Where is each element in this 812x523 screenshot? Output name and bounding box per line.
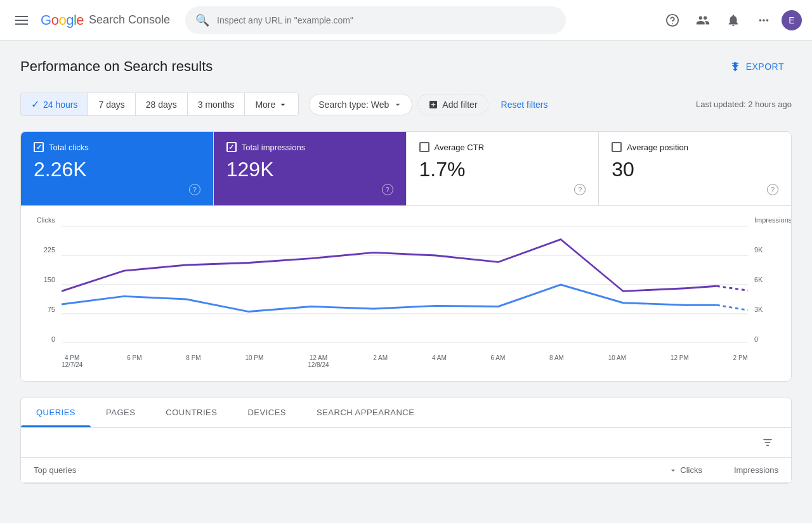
metric-value-impressions: 129K <box>226 157 393 181</box>
metric-label-position: Average position <box>627 143 688 152</box>
impressions-dotted-line <box>717 287 748 291</box>
search-icon: 🔍 <box>195 13 209 27</box>
metric-checkbox-ctr[interactable] <box>419 142 429 152</box>
time-filter-28days[interactable]: 28 days <box>136 93 188 115</box>
metric-label-clicks: Total clicks <box>49 143 89 152</box>
table-section: QUERIES PAGES COUNTRIES DEVICES SEARCH A… <box>20 397 792 484</box>
metric-checkbox-position[interactable] <box>612 142 622 152</box>
help-icon-ctr[interactable]: ? <box>574 184 586 195</box>
metrics-cards: Total clicks 2.26K ? Total impressions 1… <box>21 132 791 206</box>
nav-right: E <box>660 8 802 33</box>
last-updated-label: Last updated: 2 hours ago <box>696 100 792 109</box>
reset-filters-button[interactable]: Reset filters <box>494 94 556 115</box>
page-title: Performance on Search results <box>20 58 213 75</box>
add-icon <box>428 100 438 110</box>
chevron-down-icon <box>393 100 403 110</box>
product-name: Search Console <box>89 13 170 27</box>
help-icon-clicks[interactable]: ? <box>189 184 200 195</box>
time-filter-7days[interactable]: 7 days <box>88 93 135 115</box>
user-avatar[interactable]: E <box>782 10 802 30</box>
y-label-left-150: 150 <box>44 276 55 283</box>
help-icon-position[interactable]: ? <box>767 184 778 195</box>
performance-panel: Total clicks 2.26K ? Total impressions 1… <box>20 131 792 382</box>
search-console-users-button[interactable] <box>690 8 716 33</box>
col-header-impressions: Impressions <box>702 465 778 475</box>
google-wordmark: Google <box>41 12 84 29</box>
x-label-2am: 2 AM <box>373 354 388 368</box>
metric-value-clicks: 2.26K <box>34 157 200 181</box>
metric-header: Total clicks <box>34 142 200 152</box>
x-label-8am: 8 AM <box>549 354 564 368</box>
y-label-left-75: 75 <box>48 306 55 313</box>
chart-area: Clicks 225 150 75 0 Impressions 9K 6K 3K… <box>34 216 778 368</box>
metric-card-average-ctr[interactable]: Average CTR 1.7% ? <box>407 132 599 205</box>
y-axis-left: Clicks 225 150 75 0 <box>34 216 59 343</box>
time-filter-24h[interactable]: ✓ 24 hours <box>21 93 88 115</box>
table-header-row: Top queries Clicks Impressions <box>21 458 791 483</box>
apps-button[interactable] <box>751 8 776 33</box>
url-inspection-bar[interactable]: 🔍 <box>185 6 566 34</box>
x-label-6am: 6 AM <box>491 354 506 368</box>
metric-header: Average position <box>612 142 778 152</box>
x-label-10pm: 10 PM <box>245 354 263 368</box>
metric-header: Total impressions <box>226 142 393 152</box>
metric-value-position: 30 <box>612 157 778 181</box>
add-filter-button[interactable]: Add filter <box>417 94 488 115</box>
metric-card-total-impressions[interactable]: Total impressions 129K ? <box>214 132 407 205</box>
y-label-right-9k: 9K <box>754 246 763 254</box>
notifications-button[interactable] <box>721 8 746 33</box>
filter-chips: Search type: Web Add filter Reset filter… <box>309 94 555 115</box>
time-filter-3months[interactable]: 3 months <box>188 93 246 115</box>
metric-checkbox-impressions[interactable] <box>226 142 237 152</box>
metric-footer: ? <box>226 184 393 195</box>
hamburger-menu-button[interactable] <box>10 8 33 32</box>
table-tabs: QUERIES PAGES COUNTRIES DEVICES SEARCH A… <box>21 397 791 428</box>
x-label-12pm: 12 PM <box>671 354 689 368</box>
impressions-line <box>62 240 717 292</box>
help-icon-impressions[interactable]: ? <box>382 184 393 195</box>
search-type-filter[interactable]: Search type: Web <box>309 94 412 115</box>
metric-footer: ? <box>612 184 778 195</box>
y-label-right-3k: 3K <box>754 306 763 313</box>
url-search-input[interactable] <box>217 15 556 25</box>
filter-rows-button[interactable] <box>754 433 781 452</box>
x-label-2pm: 2 PM <box>733 354 748 368</box>
metric-footer: ? <box>34 184 200 195</box>
nav-left: Google Search Console <box>10 8 170 32</box>
metric-footer: ? <box>419 184 586 195</box>
tab-devices[interactable]: DEVICES <box>232 397 301 427</box>
x-label-12am: 12 AM 12/8/24 <box>308 354 329 368</box>
metric-header: Average CTR <box>419 142 586 152</box>
check-icon: ✓ <box>31 98 39 110</box>
tab-countries[interactable]: COUNTRIES <box>150 397 232 427</box>
x-label-6pm: 6 PM <box>127 354 141 368</box>
x-label-8pm: 8 PM <box>186 354 200 368</box>
y-label-left-225: 225 <box>44 246 55 254</box>
col-header-query: Top queries <box>34 465 626 475</box>
top-navigation: Google Search Console 🔍 E <box>0 0 812 41</box>
tab-pages[interactable]: PAGES <box>91 397 150 427</box>
chart-container: Clicks 225 150 75 0 Impressions 9K 6K 3K… <box>21 206 791 381</box>
time-filter-group: ✓ 24 hours 7 days 28 days 3 months More <box>20 93 299 116</box>
tab-queries[interactable]: QUERIES <box>21 397 91 427</box>
y-label-left-title: Clicks <box>37 216 55 224</box>
sort-down-icon <box>669 466 678 475</box>
tab-search-appearance[interactable]: SEARCH APPEARANCE <box>301 397 429 427</box>
metric-value-ctr: 1.7% <box>419 157 586 181</box>
x-label-4am: 4 AM <box>432 354 447 368</box>
help-button[interactable] <box>660 8 685 33</box>
x-axis-labels: 4 PM 12/7/24 6 PM 8 PM 10 PM 12 AM 12/8/ <box>62 354 748 368</box>
table-toolbar <box>21 428 791 458</box>
time-filter-more[interactable]: More <box>245 93 298 115</box>
export-button[interactable]: EXPORT <box>722 56 792 77</box>
page-header: Performance on Search results EXPORT <box>20 56 792 77</box>
metric-card-average-position[interactable]: Average position 30 ? <box>599 132 791 205</box>
metric-card-total-clicks[interactable]: Total clicks 2.26K ? <box>21 132 214 205</box>
main-content: Performance on Search results EXPORT ✓ 2… <box>0 41 812 499</box>
metric-label-impressions: Total impressions <box>242 143 305 152</box>
metric-checkbox-clicks[interactable] <box>34 142 44 152</box>
y-label-right-6k: 6K <box>754 276 763 283</box>
filter-icon <box>762 437 773 448</box>
y-label-right-title: Impressions <box>754 216 792 224</box>
filter-bar: ✓ 24 hours 7 days 28 days 3 months More … <box>20 93 792 116</box>
